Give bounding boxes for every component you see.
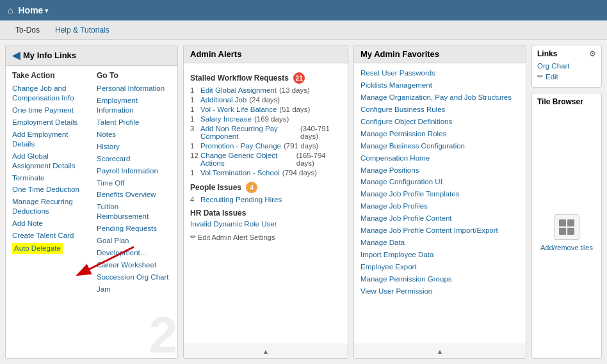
admin-alerts-title: Admin Alerts [190, 49, 241, 59]
alert-link-edit-global[interactable]: Edit Global Assignment [200, 86, 277, 94]
alert-link-add-non-recurring[interactable]: Add Non Recurring Pay Component [200, 125, 298, 140]
links-panel-title: Links [537, 49, 557, 58]
back-button[interactable]: ◀ [12, 49, 20, 61]
fav-link-manage-job-profiles[interactable]: Manage Job Profiles [360, 202, 519, 211]
fav-link-import-employee[interactable]: Import Employee Data [360, 250, 519, 260]
scroll-down-icon[interactable]: ▲ [263, 348, 269, 355]
link-add-note[interactable]: Add Note [12, 219, 86, 228]
edit-settings[interactable]: ✏ Edit Admin Alert Settings [190, 233, 341, 241]
take-action-col: Take Action Change Job and Compensation … [12, 71, 86, 297]
link-payroll-info[interactable]: Payroll Information [97, 166, 171, 176]
link-jam[interactable]: Jam [97, 285, 171, 294]
gear-icon[interactable]: ⚙ [589, 49, 596, 58]
fav-link-manage-permission-roles[interactable]: Manage Permission Roles [360, 129, 519, 139]
alert-link-change-generic[interactable]: Change Generic Object Actions [200, 152, 294, 167]
admin-fav-scroll-icon[interactable]: ▲ [437, 348, 443, 355]
link-change-job[interactable]: Change Job and Compensation Info [12, 84, 86, 103]
fav-link-compensation-home[interactable]: Compensation Home [360, 154, 519, 163]
svg-rect-5 [567, 228, 574, 235]
nav-help[interactable]: Help & Tutorials [47, 22, 117, 38]
link-development[interactable]: Development... [97, 248, 171, 258]
link-scorecard[interactable]: Scorecard [97, 154, 171, 164]
admin-alerts-header: Admin Alerts [184, 45, 348, 63]
alert-link-vol-work[interactable]: Vol - Work Life Balance [200, 106, 277, 113]
admin-fav-header: My Admin Favorites [354, 45, 526, 63]
link-time-off[interactable]: Time Off [97, 178, 171, 188]
top-bar: ⌂ Home ▾ [0, 0, 607, 20]
alert-item: 1 Vol - Work Life Balance (51 days) [190, 106, 341, 113]
fav-link-job-profile-templates[interactable]: Manage Job Profile Templates [360, 189, 519, 199]
alert-link-vol-termination[interactable]: Vol Termination - School [200, 169, 280, 177]
link-terminate[interactable]: Terminate [12, 173, 86, 183]
link-auto-delegate[interactable]: Auto Delegate [12, 243, 63, 254]
main-content: ◀ My Info Links Take Action Change Job a… [0, 40, 607, 364]
org-chart-item: Org Chart [537, 62, 596, 70]
home-icon: ⌂ [8, 5, 13, 15]
link-benefits-overview[interactable]: Benefits Overview [97, 190, 171, 200]
link-tuition-reimb[interactable]: Tuition Reimbursement [97, 202, 171, 221]
link-add-global[interactable]: Add Global Assignment Details [12, 152, 86, 171]
info-links-header: ◀ My Info Links [6, 45, 177, 66]
edit-link[interactable]: Edit [546, 73, 558, 81]
admin-alerts-body: Stalled Workflow Requests 21 1 Edit Glob… [184, 63, 348, 344]
fav-link-view-user-permission[interactable]: View User Permission [360, 287, 519, 296]
link-history[interactable]: History [97, 142, 171, 152]
alert-item: 12 Change Generic Object Actions (165-79… [190, 152, 341, 167]
admin-fav-body: Reset User Passwords Picklists Managemen… [354, 63, 526, 344]
org-chart-link[interactable]: Org Chart [537, 62, 570, 70]
fav-link-reset-passwords[interactable]: Reset User Passwords [360, 68, 519, 78]
link-goal-plan[interactable]: Goal Plan [97, 236, 171, 246]
link-succession-org[interactable]: Succession Org Chart [97, 273, 171, 282]
app-title[interactable]: Home ▾ [18, 5, 48, 15]
link-pending-requests[interactable]: Pending Requests [97, 224, 171, 233]
link-career-worksheet[interactable]: Career Worksheet [97, 260, 171, 270]
alert-item: 1 Additional Job (24 days) [190, 96, 341, 104]
alert-item: 1 Salary Increase (169 days) [190, 115, 341, 123]
link-manage-recurring[interactable]: Manage Recurring Deductions [12, 197, 86, 216]
fav-link-manage-data[interactable]: Manage Data [360, 238, 519, 248]
tile-browser-body: Add/remove tiles [537, 111, 596, 354]
link-create-talent[interactable]: Create Talent Card [12, 231, 86, 241]
fav-link-manage-business-config[interactable]: Manage Business Configuration [360, 141, 519, 151]
alert-item: 3 Add Non Recurring Pay Component (340-7… [190, 125, 341, 140]
add-remove-tiles-link[interactable]: Add/remove tiles [540, 244, 593, 251]
admin-fav-footer: ▲ [354, 344, 526, 358]
alert-item: 4 Recruiting Pending Hires [190, 196, 341, 203]
info-links-title: My Info Links [23, 51, 76, 60]
take-action-header: Take Action [12, 71, 86, 80]
link-employment-details[interactable]: Employment Details [12, 118, 86, 127]
alert-link-salary-increase[interactable]: Salary Increase [200, 115, 252, 123]
alert-link-additional-job[interactable]: Additional Job [200, 96, 247, 104]
link-talent-profile[interactable]: Talent Profile [97, 118, 171, 127]
stalled-section-title: Stalled Workflow Requests 21 [190, 72, 341, 84]
link-employment-info[interactable]: Employment Information [97, 96, 171, 115]
fav-link-config-object-def[interactable]: Configure Object Definitions [360, 117, 519, 127]
link-onetime-payment[interactable]: One-time Payment [12, 106, 86, 115]
tile-browser-icon [554, 214, 579, 240]
fav-link-manage-positions[interactable]: Manage Positions [360, 166, 519, 175]
alert-link-invalid-dynamic[interactable]: Invalid Dynamic Role User [190, 220, 277, 228]
svg-rect-4 [559, 228, 566, 235]
fav-link-manage-config-ui[interactable]: Manage Configuration UI [360, 177, 519, 187]
alert-link-recruiting[interactable]: Recruiting Pending Hires [200, 196, 282, 203]
admin-alerts-panel: Admin Alerts Stalled Workflow Requests 2… [183, 45, 348, 359]
alert-item: 1 Promotion - Pay Change (791 days) [190, 142, 341, 150]
fav-link-manage-permission-groups[interactable]: Manage Permission Groups [360, 274, 519, 284]
link-add-employment[interactable]: Add Employment Details [12, 130, 86, 149]
app-title-text: Home [18, 5, 43, 15]
link-one-time-deduction[interactable]: One Time Deduction [12, 185, 86, 194]
edit-item: ✏ Edit [537, 72, 596, 81]
fav-link-picklists[interactable]: Picklists Management [360, 81, 519, 90]
edit-settings-link[interactable]: Edit Admin Alert Settings [198, 233, 275, 241]
fav-link-employee-export[interactable]: Employee Export [360, 262, 519, 272]
fav-link-job-profile-content[interactable]: Manage Job Profile Content [360, 214, 519, 223]
people-section-title: People Issues 4 [190, 182, 341, 193]
fav-link-config-business-rules[interactable]: Configure Business Rules [360, 105, 519, 115]
link-personal-info[interactable]: Personal Information [97, 84, 171, 93]
fav-link-manage-org[interactable]: Manage Organization, Pay and Job Structu… [360, 93, 519, 102]
fav-link-job-profile-content-import[interactable]: Manage Job Profile Content Import/Export [360, 226, 519, 235]
links-panel-header: Links ⚙ [537, 49, 596, 58]
alert-link-promotion-pay[interactable]: Promotion - Pay Change [200, 142, 281, 150]
link-notes[interactable]: Notes [97, 130, 171, 139]
nav-todos[interactable]: To-Dos [8, 22, 47, 38]
